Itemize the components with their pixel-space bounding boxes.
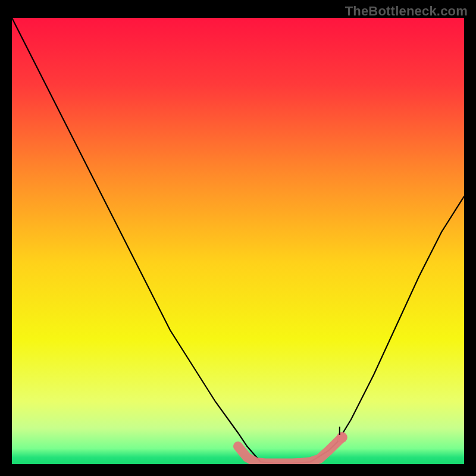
plot-area (12, 18, 464, 464)
valley-end-dot (337, 432, 347, 443)
chart-canvas (12, 18, 464, 464)
chart-frame: TheBottleneck.com (0, 0, 476, 476)
gradient-background (12, 18, 464, 464)
watermark-text: TheBottleneck.com (345, 4, 468, 19)
